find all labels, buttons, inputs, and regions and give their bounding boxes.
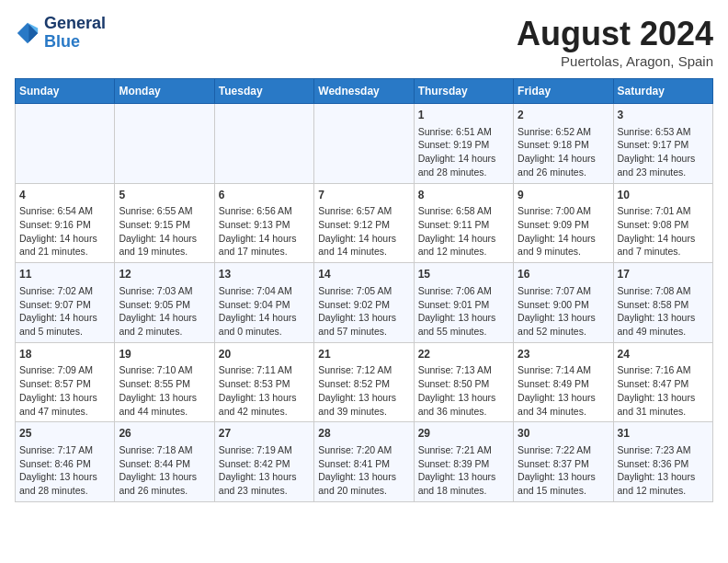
- day-info: Daylight: 13 hours: [518, 470, 609, 484]
- day-info: Sunrise: 7:12 AM: [318, 363, 409, 377]
- day-info: and 57 minutes.: [318, 325, 409, 339]
- day-info: and 49 minutes.: [618, 325, 709, 339]
- day-info: Sunset: 9:08 PM: [618, 218, 709, 232]
- calendar-cell: 25Sunrise: 7:17 AMSunset: 8:46 PMDayligh…: [16, 422, 115, 502]
- day-info: Daylight: 13 hours: [119, 391, 210, 405]
- day-info: Daylight: 13 hours: [19, 470, 110, 484]
- day-info: Sunset: 9:18 PM: [518, 138, 609, 152]
- day-info: Sunrise: 7:09 AM: [19, 363, 110, 377]
- day-info: and 14 minutes.: [318, 245, 409, 259]
- day-info: and 18 minutes.: [418, 484, 509, 498]
- day-number: 26: [119, 426, 210, 442]
- logo-text: GeneralBlue: [44, 15, 106, 52]
- day-info: Daylight: 13 hours: [318, 311, 409, 325]
- day-info: Daylight: 13 hours: [518, 311, 609, 325]
- day-info: and 31 minutes.: [618, 405, 709, 419]
- day-number: 21: [318, 347, 409, 362]
- calendar-cell: 24Sunrise: 7:16 AMSunset: 8:47 PMDayligh…: [613, 342, 712, 422]
- day-info: Daylight: 14 hours: [318, 232, 409, 246]
- day-info: Daylight: 13 hours: [618, 311, 709, 325]
- day-info: Daylight: 14 hours: [418, 232, 509, 246]
- day-info: Sunset: 8:39 PM: [418, 457, 509, 471]
- day-info: Sunset: 9:09 PM: [518, 218, 609, 232]
- weekday-header-thursday: Thursday: [414, 79, 513, 104]
- calendar-cell: 19Sunrise: 7:10 AMSunset: 8:55 PMDayligh…: [115, 342, 214, 422]
- day-number: 14: [318, 267, 409, 282]
- calendar-cell: [16, 104, 115, 184]
- day-info: Daylight: 13 hours: [618, 391, 709, 405]
- day-info: Sunrise: 7:20 AM: [318, 443, 409, 457]
- weekday-header-sunday: Sunday: [16, 79, 115, 104]
- day-info: Sunset: 8:37 PM: [518, 457, 609, 471]
- logo: GeneralBlue: [15, 15, 106, 52]
- day-info: Sunset: 8:36 PM: [618, 457, 709, 471]
- day-number: 19: [119, 347, 210, 362]
- day-info: and 19 minutes.: [119, 245, 210, 259]
- calendar-cell: 18Sunrise: 7:09 AMSunset: 8:57 PMDayligh…: [16, 342, 115, 422]
- calendar-cell: [115, 104, 214, 184]
- day-info: Sunset: 8:58 PM: [618, 298, 709, 312]
- day-info: Daylight: 14 hours: [119, 232, 210, 246]
- location: Puertolas, Aragon, Spain: [517, 53, 713, 69]
- day-info: Sunrise: 7:03 AM: [119, 284, 210, 298]
- day-info: and 15 minutes.: [518, 484, 609, 498]
- calendar-cell: 7Sunrise: 6:57 AMSunset: 9:12 PMDaylight…: [314, 183, 414, 263]
- day-info: Sunset: 9:11 PM: [418, 218, 509, 232]
- calendar-cell: 11Sunrise: 7:02 AMSunset: 9:07 PMDayligh…: [16, 263, 115, 343]
- day-info: Sunrise: 7:10 AM: [119, 363, 210, 377]
- month-year: August 2024: [517, 15, 713, 53]
- day-info: Sunset: 8:41 PM: [318, 457, 409, 471]
- day-info: Daylight: 14 hours: [19, 311, 110, 325]
- day-number: 9: [518, 188, 609, 203]
- day-info: Sunset: 9:17 PM: [618, 138, 709, 152]
- weekday-header-monday: Monday: [115, 79, 214, 104]
- day-info: Sunrise: 7:23 AM: [618, 443, 709, 457]
- day-info: and 34 minutes.: [518, 405, 609, 419]
- day-number: 11: [19, 267, 110, 282]
- calendar-cell: 20Sunrise: 7:11 AMSunset: 8:53 PMDayligh…: [214, 342, 313, 422]
- calendar-cell: 16Sunrise: 7:07 AMSunset: 9:00 PMDayligh…: [514, 263, 613, 343]
- day-info: Sunset: 8:55 PM: [119, 377, 210, 391]
- calendar-cell: [314, 104, 414, 184]
- day-info: Sunset: 9:19 PM: [418, 138, 509, 152]
- calendar-cell: 8Sunrise: 6:58 AMSunset: 9:11 PMDaylight…: [414, 183, 513, 263]
- day-number: 8: [418, 188, 509, 203]
- calendar-cell: 26Sunrise: 7:18 AMSunset: 8:44 PMDayligh…: [115, 422, 214, 502]
- calendar-cell: 30Sunrise: 7:22 AMSunset: 8:37 PMDayligh…: [514, 422, 613, 502]
- day-info: Daylight: 13 hours: [418, 391, 509, 405]
- day-number: 1: [418, 108, 509, 123]
- day-info: Sunrise: 7:04 AM: [219, 284, 310, 298]
- day-info: Sunset: 8:46 PM: [19, 457, 110, 471]
- day-info: Daylight: 14 hours: [618, 232, 709, 246]
- day-number: 30: [518, 426, 609, 442]
- day-info: Sunset: 9:04 PM: [219, 298, 310, 312]
- day-number: 20: [219, 347, 310, 362]
- day-info: Sunrise: 6:56 AM: [219, 204, 310, 218]
- day-info: Daylight: 14 hours: [119, 311, 210, 325]
- day-number: 7: [318, 188, 409, 203]
- day-number: 25: [19, 426, 110, 442]
- day-info: Sunset: 9:00 PM: [518, 298, 609, 312]
- day-info: Sunrise: 7:16 AM: [618, 363, 709, 377]
- day-number: 17: [618, 267, 709, 282]
- day-number: 31: [618, 426, 709, 442]
- day-info: and 7 minutes.: [618, 245, 709, 259]
- day-info: Sunset: 9:13 PM: [219, 218, 310, 232]
- day-info: and 26 minutes.: [518, 166, 609, 179]
- weekday-header-wednesday: Wednesday: [314, 79, 414, 104]
- day-info: and 23 minutes.: [618, 166, 709, 179]
- day-info: Daylight: 14 hours: [19, 232, 110, 246]
- day-info: Daylight: 14 hours: [518, 232, 609, 246]
- calendar-cell: 15Sunrise: 7:06 AMSunset: 9:01 PMDayligh…: [414, 263, 513, 343]
- day-number: 6: [219, 188, 310, 203]
- week-row-2: 4Sunrise: 6:54 AMSunset: 9:16 PMDaylight…: [16, 183, 713, 263]
- day-info: Sunrise: 7:18 AM: [119, 443, 210, 457]
- day-info: and 47 minutes.: [19, 405, 110, 419]
- day-number: 22: [418, 347, 509, 362]
- day-info: Daylight: 13 hours: [618, 470, 709, 484]
- day-info: and 2 minutes.: [119, 325, 210, 339]
- day-info: Sunrise: 7:13 AM: [418, 363, 509, 377]
- day-info: Sunrise: 6:57 AM: [318, 204, 409, 218]
- day-number: 4: [19, 188, 110, 203]
- day-info: Daylight: 13 hours: [318, 391, 409, 405]
